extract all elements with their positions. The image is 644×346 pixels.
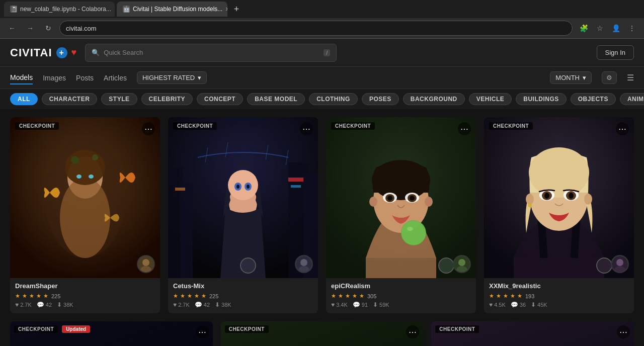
model-card-cetus-mix[interactable]: CHECKPOINT ⋯ Cetus-Mix ★ ★ ★ ★ ★ 225 ♥ 2… [168, 117, 318, 313]
search-bar[interactable]: 🔍 Quick Search / [85, 44, 337, 62]
cat-celebrity[interactable]: CELEBRITY [141, 93, 193, 105]
svg-point-53 [458, 259, 465, 266]
signin-button[interactable]: Sign In [597, 45, 634, 60]
bottom-card-2[interactable]: CHECKPOINT ⋯ [221, 321, 424, 346]
card1-download-icon: ⬇ [57, 301, 62, 308]
card1-star2: ★ [22, 293, 27, 299]
nav-posts[interactable]: Posts [76, 72, 94, 84]
svg-point-3 [60, 178, 110, 258]
cat-animal[interactable]: ANIMAL [620, 93, 644, 105]
logo-heart-icon[interactable]: ♥ [71, 47, 77, 58]
card2-info: Cetus-Mix ★ ★ ★ ★ ★ 225 ♥ 2.7K 💬 42 [168, 278, 318, 313]
card2-likes-count: 2.7K [178, 302, 190, 308]
card2-star1: ★ [173, 293, 178, 299]
bookmark-button[interactable]: ☆ [593, 21, 607, 35]
tab-2-title: Civitai | Stable Diffusion models... [133, 6, 222, 13]
tab-1-close[interactable]: × [114, 5, 115, 13]
svg-rect-18 [291, 185, 301, 188]
cat-poses[interactable]: POSES [362, 93, 399, 105]
card3-title: epiCRealism [331, 282, 471, 290]
card3-likes-count: 3.4K [336, 302, 348, 308]
card4-stats: ♥ 4.5K 💬 36 ⬇ 45K [489, 301, 629, 308]
period-button[interactable]: MONTH ▾ [550, 71, 592, 84]
card3-downloads: ⬇ 59K [373, 301, 389, 308]
cat-all[interactable]: ALL [10, 93, 38, 105]
card2-star4: ★ [194, 293, 199, 299]
tab-2-close[interactable]: × [225, 5, 227, 13]
card3-rating-count: 305 [367, 293, 376, 299]
sort-arrow-icon: ▾ [198, 74, 201, 81]
svg-point-31 [240, 258, 256, 273]
cat-background[interactable]: BACKGROUND [403, 93, 465, 105]
card2-menu-button[interactable]: ⋯ [300, 122, 313, 135]
nav-models[interactable]: Models [10, 71, 33, 84]
card1-comment-icon: 💬 [37, 301, 44, 308]
card3-star1: ★ [331, 293, 336, 299]
period-label: MONTH [555, 74, 580, 81]
card3-download-icon: ⬇ [373, 301, 378, 308]
card3-menu-button[interactable]: ⋯ [458, 122, 471, 135]
card4-star3: ★ [503, 293, 508, 299]
browser-tab-1[interactable]: 📓 new_colab_file.ipynb - Colabora... × [4, 2, 115, 17]
card4-likes: ♥ 4.5K [489, 301, 506, 308]
card2-download-icon: ⬇ [215, 301, 220, 308]
cat-base-model[interactable]: BASE MODEL [247, 93, 305, 105]
svg-point-71 [616, 259, 623, 266]
cat-character[interactable]: CHARACTER [42, 93, 98, 105]
browser-tabs: 📓 new_colab_file.ipynb - Colabora... × 🤖… [0, 0, 644, 18]
card2-rating-count: 225 [209, 293, 218, 299]
site-logo[interactable]: CIVITAI + ♥ [10, 46, 77, 59]
card3-star2: ★ [338, 293, 343, 299]
cat-objects[interactable]: OBJECTS [571, 93, 616, 105]
card4-rating-count: 193 [525, 293, 534, 299]
card3-stats: ♥ 3.4K 💬 91 ⬇ 59K [331, 301, 471, 308]
model-card-dreamshaper[interactable]: CHECKPOINT ⋯ DreamShaper ★ ★ ★ ★ ★ 225 ♥… [10, 117, 160, 313]
card4-menu-button[interactable]: ⋯ [616, 122, 629, 135]
search-placeholder: Quick Search [104, 49, 143, 56]
extensions-button[interactable]: 🧩 [577, 21, 591, 35]
svg-point-7 [71, 156, 79, 164]
cat-clothing[interactable]: CLOTHING [309, 93, 358, 105]
model-card-xxmix[interactable]: CHECKPOINT ⋯ XXMix_9realistic ★ ★ ★ ★ ★ … [484, 117, 634, 313]
card4-stars: ★ ★ ★ ★ ★ 193 [489, 293, 629, 299]
logo-text: CIVITAI [10, 46, 52, 59]
bc3-menu[interactable]: ⋯ [617, 325, 630, 338]
sort-button[interactable]: HIGHEST RATED ▾ [137, 71, 207, 84]
more-button[interactable]: ⋮ [625, 21, 639, 35]
layout-button[interactable]: ☰ [627, 73, 634, 82]
svg-point-4 [65, 150, 105, 185]
svg-rect-17 [288, 178, 303, 182]
forward-button[interactable]: → [23, 21, 37, 35]
bottom-card-3[interactable]: CHECKPOINT ⋯ [431, 321, 634, 346]
logo-plus-button[interactable]: + [56, 47, 67, 58]
nav-articles[interactable]: Articles [104, 72, 127, 84]
cat-concept[interactable]: CONCEPT [197, 93, 243, 105]
nav-images[interactable]: Images [43, 72, 66, 84]
cat-style[interactable]: STYLE [101, 93, 137, 105]
card1-menu-button[interactable]: ⋯ [142, 122, 155, 135]
card3-star3: ★ [345, 293, 350, 299]
card2-comments: 💬 42 [195, 301, 210, 308]
cat-vehicle[interactable]: VEHICLE [469, 93, 512, 105]
svg-point-69 [597, 258, 612, 273]
bottom-card-1[interactable]: CHECKPOINT Updated ⋯ [10, 321, 213, 346]
card4-likes-count: 4.5K [494, 302, 506, 308]
reload-button[interactable]: ↻ [41, 21, 55, 35]
card2-star5: ★ [201, 293, 206, 299]
profile-button[interactable]: 👤 [609, 21, 623, 35]
svg-point-41 [425, 197, 433, 207]
model-card-epicrealism[interactable]: CHECKPOINT ⋯ epiCRealism ★ ★ ★ ★ ★ 305 ♥… [326, 117, 476, 313]
cat-buildings[interactable]: BUILDINGS [516, 93, 567, 105]
card2-heart-icon: ♥ [173, 301, 177, 308]
new-tab-button[interactable]: + [229, 2, 244, 16]
card2-comment-icon: 💬 [195, 301, 202, 308]
layout-icon: ☰ [627, 73, 634, 82]
filter-button[interactable]: ⚙ [602, 71, 617, 84]
card4-checkpoint-badge: CHECKPOINT [489, 122, 533, 130]
address-bar[interactable]: civitai.com [59, 21, 573, 36]
back-button[interactable]: ← [5, 21, 19, 35]
bc1-menu[interactable]: ⋯ [196, 325, 209, 338]
tab-2-favicon: 🤖 [123, 6, 130, 13]
card2-checkpoint-badge: CHECKPOINT [173, 122, 217, 130]
browser-tab-2[interactable]: 🤖 Civitai | Stable Diffusion models... × [117, 2, 227, 17]
